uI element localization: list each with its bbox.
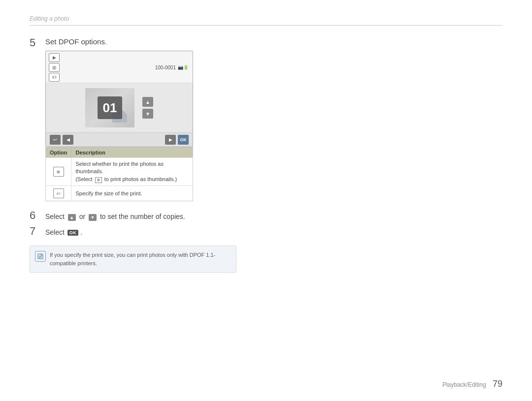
down-arrow-btn[interactable]: ▼ [142, 109, 153, 119]
col-description: Description [71, 148, 193, 158]
option-desc-2: Specify the size of the print. [71, 186, 193, 201]
options-table: Option Description ⊞ Select whether to p… [45, 147, 193, 201]
arrow-controls: ▲ ▼ [142, 97, 153, 119]
note-text: If you specify the print size, you can p… [50, 252, 215, 266]
option-icon-1: ⊞ [46, 158, 71, 186]
ok-inline-label: OK [67, 230, 79, 236]
label-icon [49, 73, 60, 82]
option-icon-2: 🏷 [46, 186, 71, 201]
breadcrumb-text: Editing a photo [30, 15, 69, 22]
label-size-icon: 🏷 [53, 188, 64, 198]
ok-btn[interactable]: OK [178, 135, 189, 145]
step-6-number: 6 [30, 209, 45, 222]
photo-area: 01 [85, 88, 134, 127]
step-5-content: Set DPOF options. 100-0001 📷🔋 [45, 37, 502, 201]
up-arrow-icon: ▲ [68, 214, 76, 221]
camera-screen: 100-0001 📷🔋 01 ▲ ▼ [45, 51, 193, 147]
step-6-row: 6 Select ▲ or ▼ to set the number of cop… [30, 210, 502, 222]
step-5-title: Set DPOF options. [45, 37, 502, 46]
step-5-number: 5 [30, 36, 45, 49]
page-number: 79 [493, 379, 502, 389]
down-arrow-icon: ▼ [89, 214, 97, 221]
camera-bottom-bar: ↩ ◀ ▶ OK [46, 132, 193, 147]
note-box: If you specify the print size, you can p… [30, 246, 236, 273]
steps-lower: 6 Select ▲ or ▼ to set the number of cop… [30, 210, 502, 238]
bottom-right-btns: ▶ OK [165, 135, 189, 145]
step-5-row: 5 Set DPOF options. 100-0001 📷🔋 [30, 37, 502, 201]
page-footer: Playback/Editing 79 [442, 379, 502, 389]
option-desc-1: Select whether to print the photos as th… [71, 158, 193, 186]
camera-info-text: 100-0001 📷🔋 [155, 65, 189, 70]
step-7-number: 7 [30, 225, 45, 238]
play-icon [49, 53, 60, 62]
camera-top-bar: 100-0001 📷🔋 [46, 51, 193, 83]
step-7-text: Select OK . [45, 228, 82, 236]
bottom-left-btns: ↩ ◀ [50, 135, 73, 145]
thumbnail-icon: ⊞ [53, 167, 64, 177]
grid-icon [49, 63, 60, 72]
camera-main-area: 01 ▲ ▼ [46, 83, 193, 132]
step-6-text: Select ▲ or ▼ to set the number of copie… [45, 213, 185, 221]
back-btn[interactable]: ↩ [50, 135, 61, 145]
camera-top-left-icons [49, 53, 60, 82]
col-option: Option [46, 148, 71, 158]
step-7-row: 7 Select OK . [30, 226, 502, 238]
breadcrumb: Editing a photo [30, 15, 502, 26]
note-icon [35, 251, 46, 262]
table-row: 🏷 Specify the size of the print. [46, 186, 193, 201]
left-btn[interactable]: ◀ [63, 135, 73, 145]
table-row: ⊞ Select whether to print the photos as … [46, 158, 193, 186]
number-badge: 01 [98, 96, 122, 119]
right-btn[interactable]: ▶ [165, 135, 176, 145]
footer-text: Playback/Editing [442, 381, 486, 388]
up-arrow-btn[interactable]: ▲ [142, 97, 153, 107]
